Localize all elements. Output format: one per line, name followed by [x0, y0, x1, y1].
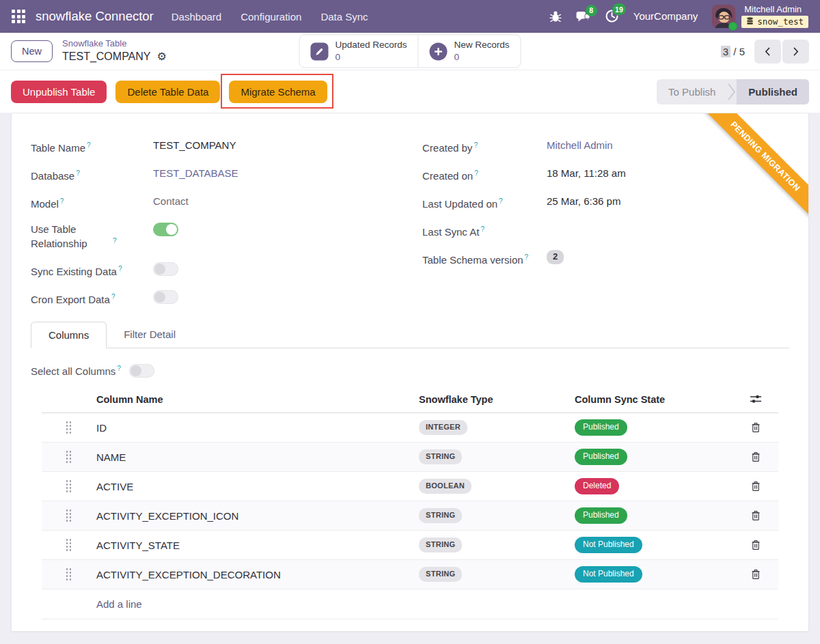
delete-row-button[interactable]: [749, 449, 763, 464]
delete-row-button[interactable]: [749, 420, 763, 435]
delete-row-button[interactable]: [749, 537, 763, 552]
updated-records-value: 0: [335, 51, 407, 64]
notebook-tabs: Columns Filter Detail: [31, 322, 789, 348]
help-icon: ?: [113, 237, 117, 244]
drag-handle-icon[interactable]: [66, 509, 72, 522]
migrate-schema-button[interactable]: Migrate Schema: [229, 81, 327, 103]
help-icon: ?: [60, 197, 64, 205]
type-badge: STRING: [419, 449, 462, 464]
plus-icon: [430, 42, 448, 60]
user-menu[interactable]: Mitchell Admin snow_test: [712, 5, 808, 28]
debug-bug-icon[interactable]: [549, 10, 562, 23]
field-cron-export-data: Cron Export Data?: [31, 284, 398, 312]
drag-handle-icon[interactable]: [66, 451, 72, 463]
user-name: Mitchell Admin: [744, 5, 802, 14]
field-model: Model? Contact: [31, 188, 398, 216]
stat-button-group: Updated Records 0 New Records 0: [299, 34, 521, 68]
last-updated-on-value: 25 Mar, 6:36 pm: [547, 194, 620, 208]
statusbar: To Publish Published: [657, 79, 809, 104]
form-sheet: PENDING MIGRATION Table Name? TEST_COMPA…: [11, 113, 809, 632]
sync-existing-data-toggle[interactable]: [153, 262, 178, 276]
record-title: TEST_COMPANY: [62, 50, 151, 64]
status-published[interactable]: Published: [737, 79, 809, 104]
field-table-schema-version: Table Schema version? 2: [422, 244, 789, 272]
pager-previous-button[interactable]: [754, 40, 781, 64]
updated-records-button[interactable]: Updated Records 0: [299, 35, 418, 67]
help-icon: ?: [499, 197, 503, 205]
table-row[interactable]: NAME STRING Published: [42, 443, 778, 472]
user-avatar: [712, 5, 735, 28]
type-badge: STRING: [419, 567, 462, 581]
pager-next-button[interactable]: [782, 40, 809, 64]
table-row[interactable]: ACTIVITY_EXCEPTION_ICON STRING Published: [42, 501, 778, 531]
field-database: Database? TEST_DATABASE: [31, 160, 398, 188]
select-all-columns-toggle[interactable]: [129, 364, 154, 378]
new-records-button[interactable]: New Records 0: [418, 35, 521, 67]
form-fields: Table Name? TEST_COMPANY Database? TEST_…: [31, 132, 789, 312]
table-row[interactable]: ACTIVE BOOLEAN Deleted: [42, 472, 778, 501]
help-icon: ?: [117, 365, 121, 372]
menu-configuration[interactable]: Configuration: [241, 11, 301, 23]
table-row[interactable]: ACTIVITY_STATE STRING Not Published: [42, 531, 778, 560]
database-badge[interactable]: snow_test: [741, 16, 808, 28]
column-name-cell: ACTIVITY_EXCEPTION_ICON: [96, 510, 419, 522]
drag-handle-icon[interactable]: [66, 539, 72, 551]
drag-handle-icon[interactable]: [66, 480, 72, 492]
trash-icon: [751, 569, 761, 580]
table-row[interactable]: ACTIVITY_EXCEPTION_DECORATION STRING Not…: [42, 560, 778, 589]
delete-row-button[interactable]: [749, 508, 763, 523]
top-navbar: snowflake Connector Dashboard Configurat…: [0, 0, 820, 33]
created-by-link[interactable]: Mitchell Admin: [547, 138, 613, 152]
sync-state-badge: Published: [575, 419, 627, 436]
sync-state-badge: Published: [575, 449, 627, 465]
drag-handle-icon[interactable]: [66, 568, 72, 580]
breadcrumb-parent-link[interactable]: Snowflake Table: [62, 38, 167, 50]
apps-menu-icon[interactable]: [12, 10, 25, 23]
sync-state-badge: Not Published: [575, 566, 642, 583]
tab-filter-detail[interactable]: Filter Detail: [107, 322, 193, 348]
database-link[interactable]: TEST_DATABASE: [153, 166, 238, 180]
help-icon: ?: [474, 141, 478, 149]
table-row[interactable]: ID INTEGER Published: [42, 413, 778, 443]
model-value[interactable]: Contact: [153, 194, 189, 208]
new-button[interactable]: New: [11, 40, 53, 62]
field-use-table-relationship: Use Table Relationship?: [31, 216, 398, 256]
drag-handle-icon[interactable]: [66, 421, 72, 434]
help-icon: ?: [111, 293, 115, 300]
help-icon: ?: [87, 141, 91, 149]
messages-icon[interactable]: 8: [576, 10, 590, 23]
unpublish-table-button[interactable]: Unpublish Table: [11, 81, 107, 103]
sync-state-badge: Deleted: [575, 478, 619, 494]
breadcrumb: Snowflake Table TEST_COMPANY ⚙: [62, 38, 167, 64]
status-to-publish[interactable]: To Publish: [657, 79, 727, 104]
field-sync-existing-data: Sync Existing Data?: [31, 256, 398, 284]
activities-clock-icon[interactable]: 19: [605, 9, 619, 23]
column-name-cell: NAME: [96, 451, 419, 463]
sync-state-badge: Published: [575, 507, 627, 524]
select-all-columns-row: Select all Columns?: [31, 363, 789, 378]
menu-data-sync[interactable]: Data Sync: [320, 11, 368, 23]
add-a-line-link[interactable]: Add a line: [96, 598, 419, 610]
delete-row-button[interactable]: [749, 479, 763, 494]
tab-columns[interactable]: Columns: [31, 322, 107, 348]
table-name-value[interactable]: TEST_COMPANY: [153, 138, 236, 152]
pager-current[interactable]: 3: [721, 46, 730, 57]
company-switcher[interactable]: YourCompany: [633, 10, 698, 22]
column-name-cell: ACTIVE: [96, 481, 419, 492]
pager-total: 5: [739, 46, 745, 57]
trash-icon: [751, 422, 761, 433]
delete-table-data-button[interactable]: Delete Table Data: [115, 81, 220, 103]
field-last-updated-on: Last Updated on? 25 Mar, 6:36 pm: [422, 188, 789, 216]
cron-export-data-toggle[interactable]: [153, 290, 178, 304]
trash-icon: [751, 451, 761, 462]
column-name-cell: ID: [96, 422, 419, 434]
gear-icon[interactable]: ⚙: [157, 51, 167, 62]
menu-dashboard[interactable]: Dashboard: [172, 11, 221, 23]
optional-columns-button[interactable]: [748, 392, 764, 406]
delete-row-button[interactable]: [749, 567, 763, 582]
help-icon: ?: [474, 169, 478, 177]
pencil-icon: [310, 42, 328, 60]
action-bar: Unpublish Table Delete Table Data Migrat…: [0, 70, 820, 113]
add-line-row: Add a line: [42, 589, 778, 619]
use-table-relationship-toggle[interactable]: [153, 223, 178, 236]
